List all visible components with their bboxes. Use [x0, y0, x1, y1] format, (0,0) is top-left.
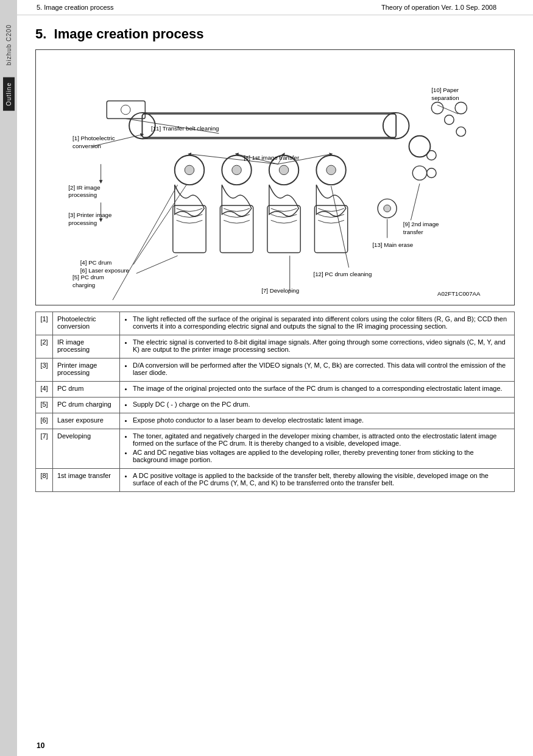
svg-point-7 — [185, 165, 194, 175]
row-num: [3] — [36, 358, 53, 382]
table-row: [8]1st image transferA DC positive volta… — [36, 469, 515, 492]
row-num: [6] — [36, 413, 53, 429]
row-label: Printer image processing — [53, 358, 120, 382]
svg-text:[11] Transfer belt cleaning: [11] Transfer belt cleaning — [151, 125, 219, 132]
svg-text:A02FT1C007AA: A02FT1C007AA — [437, 290, 481, 297]
row-num: [7] — [36, 429, 53, 469]
row-label: IR image processing — [53, 335, 120, 358]
svg-text:[5] PC drum: [5] PC drum — [72, 274, 104, 280]
row-content: Supply DC ( - ) charge on the PC drum. — [120, 398, 515, 413]
bullet-item: Expose photo conductor to a laser beam t… — [133, 416, 510, 424]
table-row: [7]DevelopingThe toner, agitated and neg… — [36, 429, 515, 469]
bullet-item: The electric signal is converted to 8-bi… — [133, 338, 510, 353]
svg-text:[3] Printer image: [3] Printer image — [68, 212, 111, 218]
header-right: Theory of operation Ver. 1.0 Sep. 2008 — [381, 4, 496, 11]
svg-text:processing: processing — [68, 219, 97, 226]
row-content: The image of the original projected onto… — [120, 382, 515, 398]
svg-text:[8] 1st image transfer: [8] 1st image transfer — [244, 154, 300, 161]
diagram-svg: [1] Photoelectric conversion [2] IR imag… — [36, 50, 514, 305]
bullet-item: Supply DC ( - ) charge on the PC drum. — [133, 401, 510, 408]
table-row: [2]IR image processingThe electric signa… — [36, 335, 515, 358]
row-num: [1] — [36, 312, 53, 335]
svg-point-11 — [279, 165, 289, 175]
row-content: D/A conversion will be performed after t… — [120, 358, 515, 382]
row-label: 1st image transfer — [53, 469, 120, 492]
main-content: 5. Image creation process — [17, 15, 533, 504]
row-content: The toner, agitated and negatively charg… — [120, 429, 515, 469]
bullet-item: The light reflected off the surface of t… — [133, 315, 510, 330]
diagram-box: [1] Photoelectric conversion [2] IR imag… — [35, 49, 515, 305]
bullet-item: D/A conversion will be performed after t… — [133, 362, 510, 376]
page-title: 5. Image creation process — [35, 26, 515, 42]
row-label: Developing — [53, 429, 120, 469]
svg-text:charging: charging — [72, 282, 95, 288]
svg-text:[2] IR image: [2] IR image — [68, 184, 100, 191]
sidebar-product-name: bizhub C200 — [5, 24, 12, 65]
table-row: [3]Printer image processingD/A conversio… — [36, 358, 515, 382]
row-label: PC drum charging — [53, 398, 120, 413]
row-num: [5] — [36, 398, 53, 413]
left-sidebar: bizhub C200 Outline — [0, 0, 17, 756]
row-label: Photoelectric conversion — [53, 312, 120, 335]
page-header: 5. Image creation process Theory of oper… — [0, 0, 533, 15]
data-table: [1]Photoelectric conversionThe light ref… — [35, 312, 515, 492]
svg-point-13 — [327, 165, 336, 175]
svg-text:[10] Paper: [10] Paper — [431, 87, 459, 93]
row-label: PC drum — [53, 382, 120, 398]
row-content: The light reflected off the surface of t… — [120, 312, 515, 335]
row-num: [4] — [36, 382, 53, 398]
page-number: 10 — [37, 741, 44, 750]
header-left: 5. Image creation process — [37, 4, 114, 11]
svg-text:[1] Photoelectric: [1] Photoelectric — [72, 135, 115, 141]
svg-text:separation: separation — [431, 94, 459, 101]
svg-text:[9] 2nd image: [9] 2nd image — [403, 221, 439, 227]
sidebar-tab: Outline — [3, 77, 15, 111]
row-num: [2] — [36, 335, 53, 358]
svg-text:conversion: conversion — [72, 143, 101, 149]
row-content: The electric signal is converted to 8-bi… — [120, 335, 515, 358]
svg-text:processing: processing — [68, 191, 97, 198]
bullet-item: AC and DC negative bias voltages are app… — [133, 449, 510, 463]
table-row: [5]PC drum chargingSupply DC ( - ) charg… — [36, 398, 515, 413]
row-label: Laser exposure — [53, 413, 120, 429]
svg-text:[7] Developing: [7] Developing — [261, 287, 299, 294]
bullet-item: The toner, agitated and negatively charg… — [133, 432, 510, 447]
table-row: [4]PC drumThe image of the original proj… — [36, 382, 515, 398]
row-content: Expose photo conductor to a laser beam t… — [120, 413, 515, 429]
svg-text:transfer: transfer — [403, 229, 424, 235]
svg-text:[6] Laser exposure: [6] Laser exposure — [80, 267, 129, 274]
svg-point-29 — [384, 205, 391, 212]
svg-text:[12] PC drum cleaning: [12] PC drum cleaning — [313, 271, 372, 277]
svg-point-9 — [232, 165, 242, 175]
bullet-item: A DC positive voltage is applied to the … — [133, 472, 510, 487]
bullet-item: The image of the original projected onto… — [133, 385, 510, 392]
row-content: A DC positive voltage is applied to the … — [120, 469, 515, 492]
svg-text:[4] PC drum: [4] PC drum — [80, 259, 112, 266]
row-num: [8] — [36, 469, 53, 492]
table-row: [6]Laser exposureExpose photo conductor … — [36, 413, 515, 429]
svg-text:[13] Main erase: [13] Main erase — [372, 241, 413, 248]
page-footer: 10 — [37, 741, 44, 750]
table-row: [1]Photoelectric conversionThe light ref… — [36, 312, 515, 335]
